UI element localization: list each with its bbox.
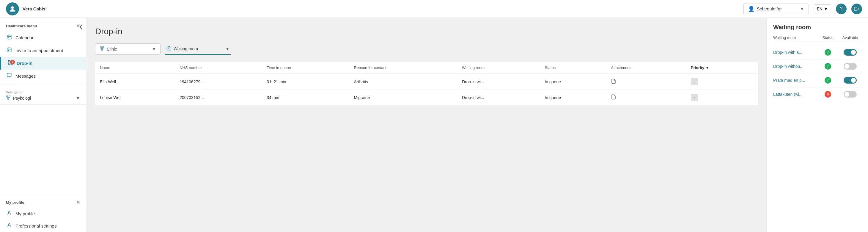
header-left: Vera Cabisi xyxy=(6,2,47,16)
drop-in-badge: 2 xyxy=(10,60,15,64)
filters-row: Clinic ▼ Waiting room ▼ xyxy=(95,44,758,55)
lang-chevron: ▼ xyxy=(824,6,828,11)
waiting-room-filter[interactable]: Waiting room ▼ xyxy=(165,44,231,55)
wr-col-available: Available xyxy=(838,35,862,40)
status-check-2: ✓ xyxy=(825,77,831,84)
my-profile-close-icon[interactable]: ✕ xyxy=(76,200,80,205)
schedule-for-button[interactable]: 👤 Schedule for ▼ xyxy=(743,4,809,14)
toggle-2[interactable] xyxy=(844,77,857,84)
sidebar-item-drop-in[interactable]: 2 Drop-in xyxy=(0,57,86,69)
sidebar-item-my-profile[interactable]: My profile xyxy=(0,208,86,220)
status-check-1: ✓ xyxy=(825,63,831,69)
wr-name-3[interactable]: Lättakuten (wi... xyxy=(773,92,817,97)
clinic-filter-label: Clinic xyxy=(107,47,117,52)
patient-wr-0: Drop-in wi... xyxy=(457,74,540,90)
table-row: Louise Well 200703152... 34 min Migraine… xyxy=(95,90,758,106)
patient-reason-0: Arthritis xyxy=(349,74,457,90)
patient-attach-1 xyxy=(606,90,686,106)
toggle-3[interactable] xyxy=(844,91,857,97)
drop-in-panel: Drop-in Clinic ▼ Waiting room xyxy=(86,18,767,232)
wr-available-3 xyxy=(838,91,862,97)
sidebar-collapse-button[interactable]: ❮ xyxy=(79,24,83,29)
wr-row-0: Drop-in with a... ✓ xyxy=(773,46,862,59)
sidebar-item-invite[interactable]: 8 Invite to an appointment xyxy=(0,44,86,57)
svg-rect-1 xyxy=(7,35,11,39)
patient-name-1: Louise Well xyxy=(95,90,175,106)
wr-status-0: ✓ xyxy=(817,49,838,56)
sidebar-item-messages[interactable]: Messages xyxy=(0,69,86,82)
sidebar-item-calendar[interactable]: 8 Calendar xyxy=(0,31,86,44)
svg-rect-15 xyxy=(6,96,8,97)
toggle-0[interactable] xyxy=(844,49,857,56)
help-button[interactable]: ? xyxy=(836,4,846,14)
sidebar-item-drop-in-label: Drop-in xyxy=(17,61,32,66)
attach-icon-0 xyxy=(611,79,616,85)
col-priority[interactable]: Priority ▼ xyxy=(686,62,758,74)
col-nhs: NHS number xyxy=(175,62,262,74)
waiting-room-chevron: ▼ xyxy=(225,47,229,51)
col-name: Name xyxy=(95,62,175,74)
svg-rect-16 xyxy=(9,96,10,97)
svg-rect-6 xyxy=(7,48,11,52)
top-header: Vera Cabisi 👤 Schedule for ▼ EN ▼ ? xyxy=(0,0,868,18)
patient-wr-1: Drop-in wi... xyxy=(457,90,540,106)
wr-col-status: Status xyxy=(817,35,838,40)
waiting-room-panel: Waiting room Waiting room Status Availab… xyxy=(767,18,868,232)
settings-chevron: ▼ xyxy=(76,96,80,100)
patient-attach-0 xyxy=(606,74,686,90)
logout-button[interactable] xyxy=(851,4,862,14)
action-button-0[interactable]: - xyxy=(691,78,698,85)
patient-reason-1: Migraine xyxy=(349,90,457,106)
patient-nhs-1: 200703152... xyxy=(175,90,262,106)
priority-sort-icon: ▼ xyxy=(705,65,709,70)
col-attachments: Attachments xyxy=(606,62,686,74)
svg-rect-17 xyxy=(8,98,9,99)
patient-nhs-0: 194106279... xyxy=(175,74,262,90)
lang-button[interactable]: EN ▼ xyxy=(814,4,831,13)
queue-table: Name NHS number Time in queue Reason for… xyxy=(95,62,758,105)
sidebar: ❮ Healthcare menu ✕ 8 Calendar 8 Invite … xyxy=(0,18,86,232)
wr-status-3: ✕ xyxy=(817,91,838,97)
status-check-0: ✓ xyxy=(825,49,831,56)
svg-point-0 xyxy=(11,6,14,9)
wr-available-1 xyxy=(838,63,862,69)
wr-name-0[interactable]: Drop-in with a... xyxy=(773,50,817,55)
svg-rect-24 xyxy=(100,47,101,48)
svg-text:8: 8 xyxy=(8,50,9,52)
svg-rect-11 xyxy=(8,60,10,62)
drop-in-icon: 2 xyxy=(7,60,14,67)
clinic-chevron: ▼ xyxy=(152,47,156,52)
wr-name-2[interactable]: Prata med en p... xyxy=(773,78,817,83)
wr-name-1[interactable]: Drop-in withou... xyxy=(773,64,817,69)
waiting-room-icon xyxy=(166,46,171,52)
svg-point-22 xyxy=(8,211,10,213)
my-profile-icon xyxy=(6,210,12,217)
my-profile-section: My profile ✕ My profile Professional set… xyxy=(0,194,86,232)
lang-label: EN xyxy=(817,6,823,11)
settings-dropdown[interactable]: Psykologi ▼ xyxy=(6,95,80,101)
svg-rect-26 xyxy=(101,49,102,50)
sidebar-item-professional-settings[interactable]: Professional settings xyxy=(0,220,86,232)
col-waiting-room: Waiting room xyxy=(457,62,540,74)
patient-time-0: 3 h 21 min xyxy=(262,74,349,90)
wr-header-row: Waiting room Status Available xyxy=(773,35,862,42)
wr-row-2: Prata med en p... ✓ xyxy=(773,74,862,87)
wr-available-0 xyxy=(838,49,862,56)
main-inner: Drop-in Clinic ▼ Waiting room xyxy=(86,18,868,232)
settings-label: Settings for: xyxy=(6,90,80,94)
patient-status-0: In queue xyxy=(540,74,606,90)
action-button-1[interactable]: - xyxy=(691,94,698,101)
priority-label: Priority xyxy=(691,65,705,70)
wr-row-1: Drop-in withou... ✓ xyxy=(773,59,862,74)
clinic-filter[interactable]: Clinic ▼ xyxy=(95,44,160,55)
patient-action-1: - xyxy=(686,90,758,106)
sidebar-item-professional-settings-label: Professional settings xyxy=(16,223,57,228)
col-status: Status xyxy=(540,62,606,74)
waiting-room-title: Waiting room xyxy=(773,24,862,31)
table-row: Ella Well 194106279... 3 h 21 min Arthri… xyxy=(95,74,758,90)
toggle-1[interactable] xyxy=(844,63,857,69)
settings-org-icon xyxy=(6,95,11,101)
sidebar-item-my-profile-label: My profile xyxy=(16,211,35,216)
invite-icon: 8 xyxy=(6,47,12,54)
calendar-icon: 8 xyxy=(6,34,12,41)
